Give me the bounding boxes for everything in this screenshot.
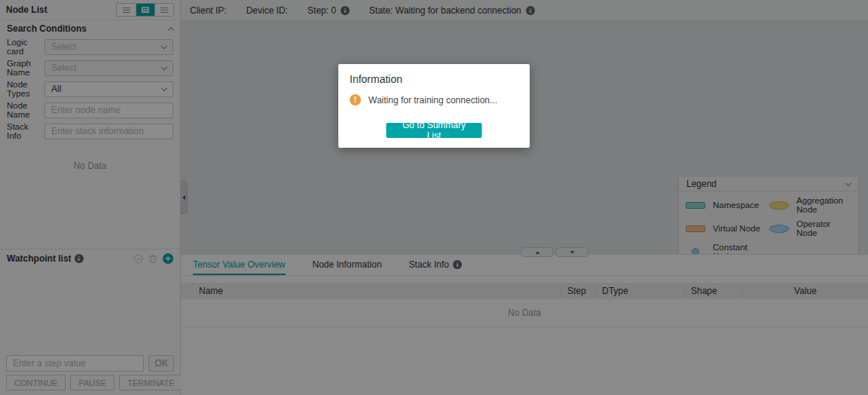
information-dialog: Information ! Waiting for training conne… — [338, 64, 530, 148]
modal-overlay — [0, 0, 868, 395]
dialog-title: Information — [350, 73, 518, 85]
dialog-message: Waiting for training connection... — [368, 95, 497, 106]
warning-icon: ! — [350, 94, 361, 106]
debugger-app: Node List Search Conditions Logic card S… — [0, 0, 868, 395]
go-to-summary-list-button[interactable]: Go to Summary List — [387, 123, 482, 138]
